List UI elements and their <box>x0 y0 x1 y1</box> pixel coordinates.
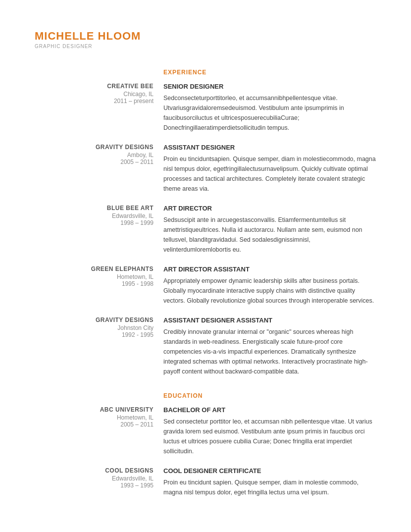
entry-description: Proin eu tincidunt sapien. Quisque sempe… <box>163 478 376 497</box>
entry-description: Proin eu tinciduntsapien. Quisque semper… <box>163 154 376 194</box>
entry-row: CREATIVE BEEChicago, IL2011 – presentSEN… <box>35 83 376 133</box>
entry-row: GREEN ELEPHANTSHometown, IL1995 - 1998AR… <box>35 266 376 306</box>
entry-left: BLUE BEE ARTEdwardsville, IL1998 – 1999 <box>35 205 163 255</box>
entry-role: ASSISTANT DESIGNER <box>163 144 376 151</box>
entry-dates: 2005 – 2011 <box>35 159 154 165</box>
entry-dates: 2011 – present <box>35 98 154 105</box>
entry-role: ASSISTANT DESIGNER ASSISTANT <box>163 317 376 324</box>
entry-dates: 1995 - 1998 <box>35 280 154 287</box>
entry-company: GREEN ELEPHANTS <box>35 266 154 272</box>
entry-description: Credibly innovate granular internal or "… <box>163 327 376 376</box>
section-experience: EXPERIENCECREATIVE BEEChicago, IL2011 – … <box>35 69 376 387</box>
entry-role: ART DIRECTOR ASSISTANT <box>163 266 376 273</box>
candidate-title: GRAPHIC DESIGNER <box>35 44 376 49</box>
entry-location: Hometown, IL <box>35 414 154 421</box>
entry-right: ASSISTANT DESIGNERProin eu tinciduntsapi… <box>163 144 376 194</box>
entry-description: Sedsuscipit ante in arcuegestasconvallis… <box>163 215 376 255</box>
entry-company: COOL DESIGNS <box>35 467 154 474</box>
entry-dates: 1998 – 1999 <box>35 219 154 226</box>
entry-dates: 1993 – 1995 <box>35 482 154 489</box>
entry-role: SENIOR DESIGNER <box>163 83 376 90</box>
entry-location: Amboy, IL <box>35 152 154 159</box>
entry-right: SENIOR DESIGNERSedconsecteturporttitorle… <box>163 83 376 133</box>
section-label-experience: EXPERIENCE <box>163 69 376 76</box>
entry-location: Edwardsville, IL <box>35 475 154 482</box>
entry-left: GRAVITY DESIGNSAmboy, IL2005 – 2011 <box>35 144 163 194</box>
candidate-name: MICHELLE HLOOM <box>35 30 376 43</box>
section-education: EDUCATIONABC UNIVERSITYHometown, IL2005 … <box>35 392 376 508</box>
entry-role: ART DIRECTOR <box>163 205 376 212</box>
entry-right: ART DIRECTORSedsuscipit ante in arcueges… <box>163 205 376 255</box>
entry-row: GRAVITY DESIGNSAmboy, IL2005 – 2011ASSIS… <box>35 144 376 194</box>
entry-company: GRAVITY DESIGNS <box>35 144 154 151</box>
entry-description: Sed consectetur porttitor leo, et accums… <box>163 417 376 456</box>
entry-row: COOL DESIGNSEdwardsville, IL1993 – 1995C… <box>35 467 376 497</box>
section-label-education: EDUCATION <box>163 392 376 399</box>
entry-location: Johnston City <box>35 324 154 331</box>
entry-row: GRAVITY DESIGNSJohnston City1992 - 1995A… <box>35 317 376 376</box>
entry-right: ART DIRECTOR ASSISTANTAppropriately empo… <box>163 266 376 306</box>
entry-right: BACHELOR OF ARTSed consectetur porttitor… <box>163 406 376 456</box>
entry-company: ABC UNIVERSITY <box>35 406 154 413</box>
entry-company: GRAVITY DESIGNS <box>35 317 154 323</box>
entry-company: CREATIVE BEE <box>35 83 154 90</box>
entry-location: Chicago, IL <box>35 91 154 98</box>
entry-left: GRAVITY DESIGNSJohnston City1992 - 1995 <box>35 317 163 376</box>
entry-left: ABC UNIVERSITYHometown, IL2005 – 2011 <box>35 406 163 456</box>
entry-location: Edwardsville, IL <box>35 213 154 219</box>
resume-header: MICHELLE HLOOM GRAPHIC DESIGNER <box>35 30 376 49</box>
entry-role: COOL DESIGNER CERTIFICATE <box>163 467 376 475</box>
entry-left: CREATIVE BEEChicago, IL2011 – present <box>35 83 163 133</box>
entry-right: ASSISTANT DESIGNER ASSISTANTCredibly inn… <box>163 317 376 376</box>
entry-company: BLUE BEE ART <box>35 205 154 212</box>
entry-row: ABC UNIVERSITYHometown, IL2005 – 2011BAC… <box>35 406 376 456</box>
entry-left: GREEN ELEPHANTSHometown, IL1995 - 1998 <box>35 266 163 306</box>
entry-location: Hometown, IL <box>35 273 154 280</box>
entry-dates: 2005 – 2011 <box>35 421 154 428</box>
entry-left: COOL DESIGNSEdwardsville, IL1993 – 1995 <box>35 467 163 497</box>
entry-row: BLUE BEE ARTEdwardsville, IL1998 – 1999A… <box>35 205 376 255</box>
entry-description: Sedconsecteturporttitorleo, et accumsann… <box>163 93 376 133</box>
entry-description: Appropriately empower dynamic leadership… <box>163 276 376 306</box>
entry-role: BACHELOR OF ART <box>163 406 376 414</box>
entry-right: COOL DESIGNER CERTIFICATEProin eu tincid… <box>163 467 376 497</box>
resume-body: EXPERIENCECREATIVE BEEChicago, IL2011 – … <box>35 69 376 513</box>
entry-dates: 1992 - 1995 <box>35 331 154 338</box>
